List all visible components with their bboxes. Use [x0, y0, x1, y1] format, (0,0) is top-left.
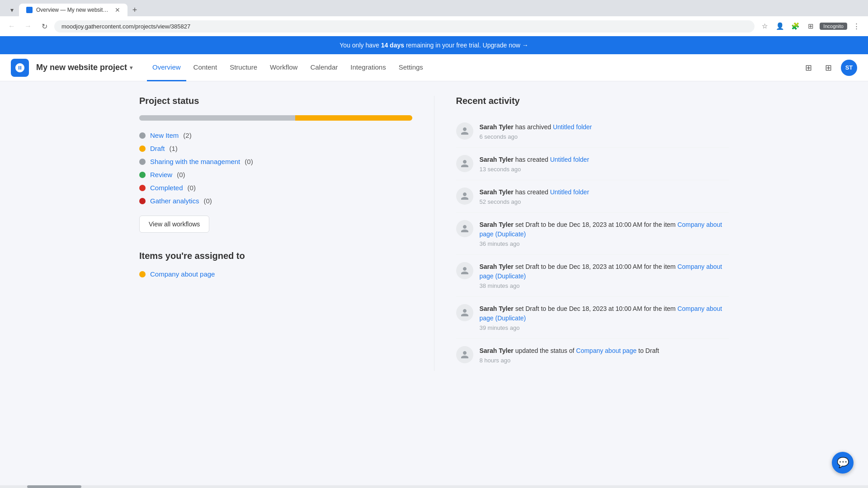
tab-favicon: [26, 7, 33, 13]
activity-user-1: Sarah Tyler: [480, 156, 514, 163]
browser-tab-active[interactable]: Overview — My new website p... ✕: [19, 4, 127, 16]
assigned-item-company-about: Company about page: [139, 270, 412, 278]
nav-calendar[interactable]: Calendar: [305, 54, 343, 81]
nav-structure[interactable]: Structure: [224, 54, 263, 81]
activity-link-6[interactable]: Company about page: [576, 347, 637, 354]
status-count-completed: (0): [188, 184, 196, 192]
status-dot-draft: [139, 145, 146, 152]
assigned-title: Items you're assigned to: [139, 251, 412, 261]
status-count-new-item: (2): [183, 131, 191, 139]
activity-action-0: has archived: [515, 123, 553, 131]
activity-avatar-3: [456, 220, 473, 237]
nav-workflow[interactable]: Workflow: [264, 54, 303, 81]
bookmark-icon[interactable]: ☆: [758, 20, 771, 33]
activity-avatar-1: [456, 155, 473, 172]
grid-icon[interactable]: ⊞: [821, 61, 835, 75]
assigned-link-company-about[interactable]: Company about page: [150, 270, 215, 278]
profile-icon[interactable]: 👤: [774, 20, 786, 33]
nav-content[interactable]: Content: [188, 54, 223, 81]
activity-action-6: updated the status of: [515, 347, 576, 354]
nav-integrations[interactable]: Integrations: [345, 54, 391, 81]
activity-time-2: 52 seconds ago: [480, 198, 729, 205]
reload-button[interactable]: ↻: [38, 20, 51, 33]
nav-overview[interactable]: Overview: [147, 54, 186, 81]
project-status-title: Project status: [139, 96, 412, 106]
activity-link-0[interactable]: Untitled folder: [553, 123, 592, 131]
status-name-gather[interactable]: Gather analytics: [150, 197, 199, 205]
activity-text-6: Sarah Tyler updated the status of Compan…: [480, 346, 729, 356]
toolbar-right: ☆ 👤 🧩 ⊞ Incognito ⋮: [758, 20, 863, 33]
status-item-completed: Completed (0): [139, 184, 412, 192]
activity-text-4: Sarah Tyler set Draft to be due Dec 18, …: [480, 262, 729, 281]
project-chevron-icon: ▾: [130, 65, 132, 71]
incognito-badge: Incognito: [820, 23, 847, 30]
project-name[interactable]: My new website project ▾: [36, 63, 132, 72]
view-all-workflows-button[interactable]: View all workflows: [139, 216, 209, 233]
activity-content-0: Sarah Tyler has archived Untitled folder…: [480, 122, 729, 140]
status-item-review: Review (0): [139, 171, 412, 178]
status-dot-sharing: [139, 159, 146, 165]
activity-text-3: Sarah Tyler set Draft to be due Dec 18, …: [480, 220, 729, 239]
trial-text-after: remaining in your free trial. Upgrade no…: [404, 42, 528, 49]
status-name-completed[interactable]: Completed: [150, 184, 183, 192]
create-icon[interactable]: ⊞: [801, 61, 816, 75]
activity-user-6: Sarah Tyler: [480, 347, 514, 354]
header-right: ⊞ ⊞ ST: [801, 60, 857, 76]
status-dot-gather: [139, 198, 146, 204]
new-tab-button[interactable]: +: [128, 4, 141, 16]
forward-button[interactable]: →: [22, 20, 34, 33]
activity-list: Sarah Tyler has archived Untitled folder…: [456, 115, 729, 371]
split-screen-icon[interactable]: ⊞: [804, 20, 817, 33]
activity-avatar-5: [456, 304, 473, 321]
address-bar[interactable]: [54, 20, 755, 33]
activity-link-2[interactable]: Untitled folder: [550, 188, 589, 196]
status-count-sharing: (0): [245, 158, 253, 165]
status-item-gather: Gather analytics (0): [139, 197, 412, 205]
status-name-review[interactable]: Review: [150, 171, 172, 178]
status-name-new-item[interactable]: New Item: [150, 131, 179, 139]
activity-content-5: Sarah Tyler set Draft to be due Dec 18, …: [480, 304, 729, 331]
status-count-draft: (1): [170, 145, 178, 152]
trial-days: 14 days: [381, 42, 404, 49]
activity-link-1[interactable]: Untitled folder: [550, 156, 589, 163]
status-dot-review: [139, 172, 146, 178]
main-content: Project status New Item (2) Draft (1) S: [118, 81, 750, 385]
app-logo[interactable]: [11, 59, 29, 77]
tab-close-button[interactable]: ✕: [115, 6, 120, 14]
progress-segment-orange: [295, 115, 412, 121]
activity-user-4: Sarah Tyler: [480, 263, 514, 270]
activity-user-5: Sarah Tyler: [480, 305, 514, 312]
extensions-icon[interactable]: 🧩: [789, 20, 802, 33]
activity-item-5: Sarah Tyler set Draft to be due Dec 18, …: [456, 297, 729, 339]
status-name-sharing[interactable]: Sharing with the management: [150, 158, 240, 165]
menu-button[interactable]: ⋮: [850, 20, 863, 33]
activity-text-2: Sarah Tyler has created Untitled folder: [480, 188, 729, 197]
status-name-draft[interactable]: Draft: [150, 145, 165, 152]
browser-chrome: ▾ Overview — My new website p... ✕ +: [0, 0, 868, 16]
activity-content-4: Sarah Tyler set Draft to be due Dec 18, …: [480, 262, 729, 289]
activity-avatar-2: [456, 188, 473, 205]
activity-item-4: Sarah Tyler set Draft to be due Dec 18, …: [456, 255, 729, 297]
activity-action-3: set Draft to be due Dec 18, 2023 at 10:0…: [515, 221, 678, 228]
status-list: New Item (2) Draft (1) Sharing with the …: [139, 131, 412, 205]
status-item-sharing: Sharing with the management (0): [139, 158, 412, 165]
browser-tabs: ▾ Overview — My new website p... ✕ +: [5, 4, 863, 16]
activity-text-5: Sarah Tyler set Draft to be due Dec 18, …: [480, 304, 729, 323]
status-dot-completed: [139, 185, 146, 191]
tab-list-button[interactable]: ▾: [5, 4, 18, 16]
activity-action-2: has created: [515, 188, 550, 196]
nav-settings[interactable]: Settings: [393, 54, 429, 81]
activity-action-1: has created: [515, 156, 550, 163]
trial-banner: You only have 14 days remaining in your …: [0, 36, 868, 54]
user-avatar[interactable]: ST: [841, 60, 857, 76]
browser-toolbar: ← → ↻ ☆ 👤 🧩 ⊞ Incognito ⋮: [0, 16, 868, 36]
back-button[interactable]: ←: [5, 20, 18, 33]
activity-item-0: Sarah Tyler has archived Untitled folder…: [456, 115, 729, 148]
status-item-new-item: New Item (2): [139, 131, 412, 139]
activity-content-2: Sarah Tyler has created Untitled folder …: [480, 188, 729, 205]
status-item-draft: Draft (1): [139, 145, 412, 152]
status-count-gather: (0): [203, 197, 212, 205]
assigned-dot: [139, 271, 146, 277]
activity-action-after-6: to Draft: [638, 347, 659, 354]
recent-activity-title: Recent activity: [456, 96, 729, 106]
